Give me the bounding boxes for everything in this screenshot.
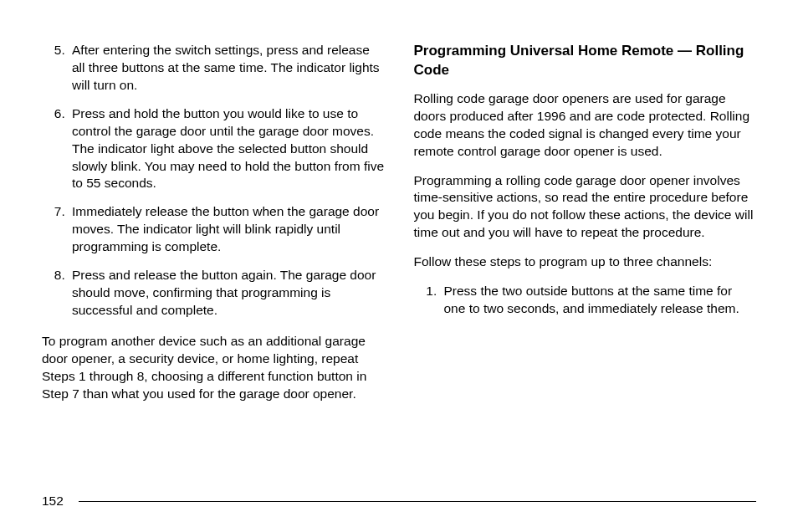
list-item: Press and release the button again. The … bbox=[69, 267, 385, 320]
list-item: Press the two outside buttons at the sam… bbox=[441, 283, 757, 318]
list-item: After entering the switch settings, pres… bbox=[69, 42, 385, 95]
page-footer: 152 bbox=[42, 494, 756, 509]
instructions-list-left: After entering the switch settings, pres… bbox=[42, 42, 385, 320]
paragraph-additional-device: To program another device such as an add… bbox=[42, 333, 385, 403]
paragraph-intro-1: Rolling code garage door openers are use… bbox=[414, 90, 757, 161]
instructions-list-right: Press the two outside buttons at the sam… bbox=[414, 283, 757, 318]
section-heading: Programming Universal Home Remote — Roll… bbox=[414, 42, 757, 80]
paragraph-intro-3: Follow these steps to program up to thre… bbox=[414, 253, 757, 271]
page-number: 152 bbox=[42, 494, 64, 509]
footer-divider bbox=[79, 501, 756, 502]
left-column: After entering the switch settings, pres… bbox=[42, 42, 385, 415]
list-item: Press and hold the button you would like… bbox=[69, 105, 385, 193]
list-item: Immediately release the button when the … bbox=[69, 203, 385, 256]
content-area: After entering the switch settings, pres… bbox=[42, 42, 756, 415]
paragraph-intro-2: Programming a rolling code garage door o… bbox=[414, 172, 757, 243]
right-column: Programming Universal Home Remote — Roll… bbox=[414, 42, 757, 415]
